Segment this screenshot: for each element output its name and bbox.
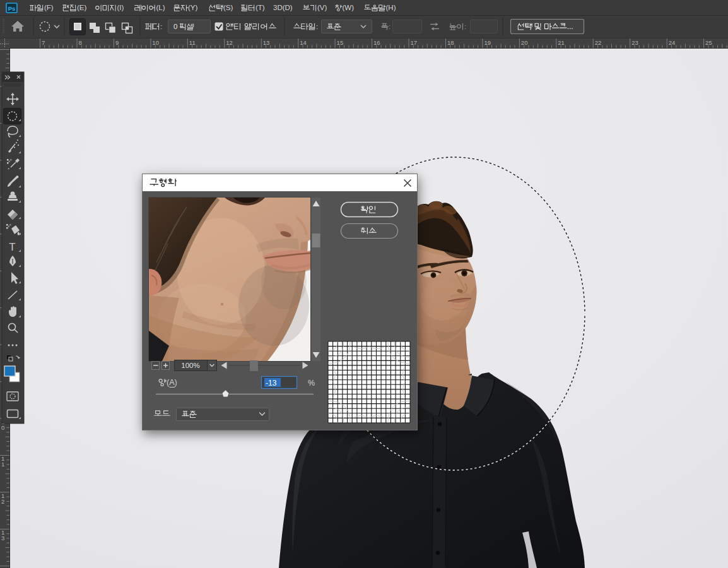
svg-text:(S): (S) <box>223 4 233 11</box>
svg-text:%: % <box>308 379 315 388</box>
svg-text::: : <box>464 23 466 30</box>
svg-text:25: 25 <box>705 39 712 46</box>
svg-text:22: 22 <box>595 39 602 46</box>
svg-text:0: 0 <box>1 424 4 431</box>
svg-text:0: 0 <box>173 23 177 30</box>
svg-text:T: T <box>9 241 15 253</box>
svg-text:12: 12 <box>226 39 233 46</box>
svg-text:...: ... <box>567 22 573 31</box>
svg-text:14: 14 <box>300 39 307 46</box>
svg-text:3D(D): 3D(D) <box>273 4 293 11</box>
svg-text:(I): (I) <box>117 4 124 11</box>
svg-text:(V): (V) <box>317 4 327 11</box>
svg-text:100%: 100% <box>181 362 199 369</box>
svg-text:18: 18 <box>447 39 454 46</box>
svg-text:11: 11 <box>189 39 196 46</box>
svg-text:13: 13 <box>263 39 270 46</box>
svg-text:23: 23 <box>631 39 638 46</box>
svg-text:20: 20 <box>521 39 528 46</box>
svg-text:10: 10 <box>152 39 159 46</box>
svg-text:(W): (W) <box>343 4 355 11</box>
svg-text:9: 9 <box>115 39 119 46</box>
svg-text:-13: -13 <box>266 379 277 388</box>
svg-text::: : <box>389 23 390 30</box>
svg-text:(T): (T) <box>255 4 265 11</box>
svg-text:3: 3 <box>1 535 4 541</box>
svg-text:16: 16 <box>373 39 380 46</box>
svg-text:19: 19 <box>484 39 491 46</box>
svg-text:21: 21 <box>558 39 565 46</box>
svg-text:(Y): (Y) <box>188 4 198 11</box>
svg-text::: : <box>160 23 162 30</box>
svg-text:17: 17 <box>411 39 418 46</box>
svg-text:(F): (F) <box>44 4 54 11</box>
svg-text:Ps: Ps <box>8 5 16 12</box>
svg-text:(H): (H) <box>386 4 396 11</box>
svg-text:(A): (A) <box>167 378 177 387</box>
svg-text:(E): (E) <box>77 4 87 11</box>
svg-text:24: 24 <box>669 39 676 46</box>
svg-text:(L): (L) <box>156 4 165 11</box>
svg-text:2: 2 <box>1 498 4 505</box>
svg-text:8: 8 <box>78 39 81 46</box>
svg-text:1: 1 <box>1 461 4 468</box>
svg-text::: : <box>316 23 318 30</box>
svg-text:15: 15 <box>337 39 344 46</box>
svg-text:7: 7 <box>42 39 45 46</box>
